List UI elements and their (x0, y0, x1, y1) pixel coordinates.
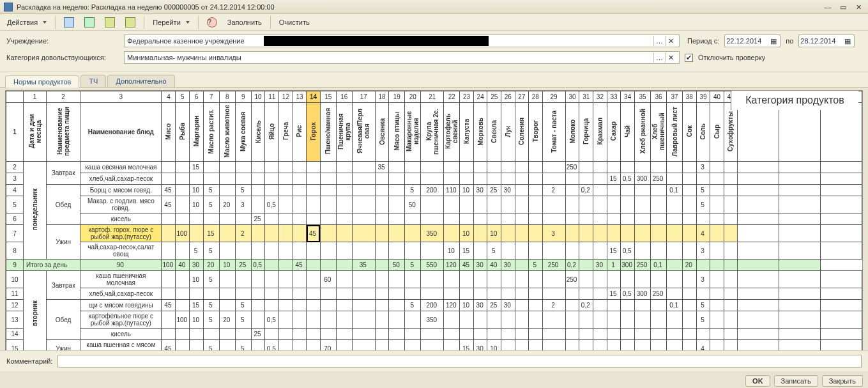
grid-area[interactable]: Категория продуктов 12345678910111213141… (5, 90, 863, 357)
calendar-icon[interactable]: ▦ (842, 37, 853, 45)
redacted-bar (264, 36, 489, 46)
form-area: Учреждение: Федеральное казенное учрежде… (0, 31, 868, 72)
copy-icon (105, 17, 115, 27)
clear-button[interactable]: Очистить (275, 17, 314, 28)
period-from-value: 22.12.2014 (726, 37, 768, 45)
tb-refresh-icon[interactable] (80, 15, 99, 29)
minimize-button[interactable]: — (822, 3, 834, 12)
save-icon (64, 17, 74, 27)
category-label: Категория довольствующихся: (6, 54, 119, 61)
institution-field[interactable]: Федеральное казенное учреждение … ✕ (124, 35, 680, 47)
paste-icon (125, 17, 135, 27)
tb-save-icon[interactable] (59, 15, 79, 29)
period-to-value: 28.12.2014 (800, 37, 842, 45)
period-label: Период с: (687, 37, 719, 45)
period-to-field[interactable]: 28.12.2014 ▦ (798, 35, 855, 47)
tab-strip: Нормы продуктов ТЧ Дополнительно (0, 72, 868, 88)
comment-field[interactable] (57, 355, 862, 368)
category-value: Минимальная- мужчины инвалиды (127, 54, 241, 61)
institution-clear-icon[interactable]: ✕ (665, 36, 676, 46)
footer-buttons: OK Записать Закрыть (745, 375, 863, 387)
write-button[interactable]: Записать (774, 375, 818, 387)
institution-more-icon[interactable]: … (653, 36, 665, 46)
tb-copy-icon[interactable] (100, 15, 119, 29)
toolbar: Действия Перейти ? Заполнить Очистить (0, 14, 868, 31)
category-more-icon[interactable]: … (653, 52, 665, 63)
comment-label: Комментарий: (6, 357, 52, 365)
fill-button[interactable]: Заполнить (223, 17, 266, 28)
period-from-field[interactable]: 22.12.2014 ▦ (724, 35, 780, 47)
refresh-icon (84, 17, 95, 27)
ok-button[interactable]: OK (745, 375, 770, 387)
tb-paste-icon[interactable] (121, 15, 140, 29)
goto-menu[interactable]: Перейти (148, 17, 194, 28)
period-to-label: по (786, 37, 793, 45)
tab-extra[interactable]: Дополнительно (107, 75, 174, 87)
window-title: Раскладка на неделю: Раскладка на неделю… (17, 3, 275, 11)
maximize-button[interactable]: ▭ (837, 3, 849, 12)
calendar-icon[interactable]: ▦ (768, 37, 779, 45)
institution-label: Учреждение: (6, 37, 119, 45)
disable-check-label: Отключить проверку (698, 54, 765, 61)
tab-norms[interactable]: Нормы продуктов (5, 75, 79, 88)
close-doc-button[interactable]: Закрыть (822, 375, 863, 387)
category-clear-icon[interactable]: ✕ (665, 52, 676, 63)
data-grid[interactable]: 1234567891011121314151617181920212223242… (6, 91, 862, 357)
disable-check-checkbox[interactable]: ✔ (685, 54, 693, 62)
app-icon (4, 3, 13, 12)
category-field[interactable]: Минимальная- мужчины инвалиды … ✕ (124, 51, 680, 64)
products-category-label: Категория продуктов (731, 91, 858, 110)
tab-tch[interactable]: ТЧ (80, 75, 106, 87)
actions-menu[interactable]: Действия (3, 17, 51, 28)
help-icon: ? (207, 17, 217, 27)
close-button[interactable]: ✕ (853, 3, 864, 12)
institution-value: Федеральное казенное учреждение (127, 37, 245, 45)
bottom-pane: Комментарий: (0, 350, 868, 371)
title-bar: Раскладка на неделю: Раскладка на неделю… (0, 0, 868, 14)
tb-help-icon[interactable]: ? (202, 15, 222, 29)
